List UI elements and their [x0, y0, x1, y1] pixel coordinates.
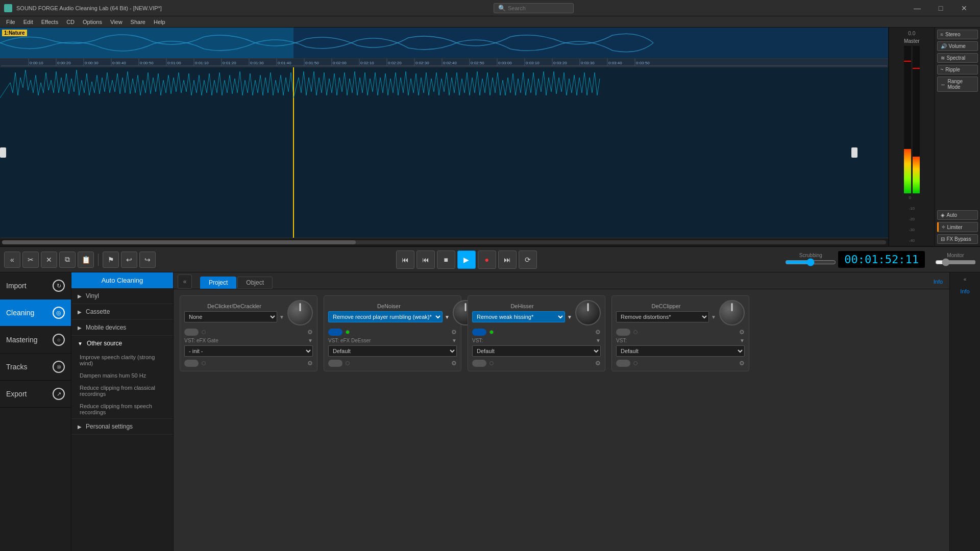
- declipper-gear-icon[interactable]: ⚙: [739, 329, 745, 336]
- limiter-button[interactable]: ⟣ Limiter: [937, 222, 978, 232]
- decklicker-gear-icon[interactable]: ⚙: [307, 329, 313, 336]
- play-button[interactable]: ▶: [457, 251, 476, 269]
- declipper-expand-icon[interactable]: ▼: [711, 314, 716, 320]
- spectral-button[interactable]: ≋ Spectral: [937, 53, 978, 63]
- denoiser-vst-toggle[interactable]: [328, 360, 342, 367]
- tab-object[interactable]: Object: [237, 277, 273, 289]
- menu-effects[interactable]: Effects: [37, 18, 62, 26]
- dehisser-toggle[interactable]: [472, 329, 486, 336]
- sidebar-other-header[interactable]: Other source: [71, 336, 173, 351]
- scroll-thumb[interactable]: [2, 240, 356, 244]
- decklicker-preset-select[interactable]: None Light Medium Strong: [184, 311, 277, 322]
- to-end-button[interactable]: ⏭: [498, 251, 517, 269]
- sidebar-item-classical[interactable]: Reduce clipping from classical recording…: [71, 382, 173, 400]
- declipper-vst-preset[interactable]: Default: [616, 345, 745, 357]
- dehisser-vst-expand[interactable]: ▼: [596, 338, 601, 343]
- sidebar-header[interactable]: Auto Cleaning: [71, 272, 173, 288]
- record-button[interactable]: ●: [478, 251, 496, 269]
- decklicker-vst-expand[interactable]: ▼: [308, 338, 313, 343]
- ripple-button[interactable]: ~ Ripple: [937, 65, 978, 74]
- declipper-vst-toggle[interactable]: [616, 360, 630, 367]
- flag-button[interactable]: ⚑: [103, 252, 119, 268]
- menu-share[interactable]: Share: [127, 18, 150, 26]
- fx-bypass-button[interactable]: ⊟ FX Bypass: [937, 234, 978, 244]
- maximize-button[interactable]: □: [929, 0, 952, 16]
- collapse-tool-button[interactable]: «: [4, 252, 20, 268]
- decklicker-expand-icon[interactable]: ▼: [279, 314, 284, 320]
- nav-tracks[interactable]: Tracks ⑩: [0, 354, 71, 381]
- cancel-tool-button[interactable]: ✕: [41, 252, 57, 268]
- sidebar-item-speech-clarity[interactable]: Improve speech clarity (strong wind): [71, 351, 173, 369]
- close-button[interactable]: ✕: [952, 0, 976, 16]
- prev-button[interactable]: ⏮: [416, 251, 435, 269]
- decklicker-vst-toggle[interactable]: [184, 360, 199, 367]
- dehisser-gear-icon[interactable]: ⚙: [595, 329, 601, 336]
- scroll-track[interactable]: [2, 240, 886, 244]
- nav-import[interactable]: Import ↻: [0, 272, 71, 299]
- collapse-content-button[interactable]: «: [178, 274, 192, 289]
- right-trim-handle[interactable]: [851, 147, 857, 158]
- declipper-toggle[interactable]: [616, 329, 630, 336]
- auto-button[interactable]: ◈ Auto: [937, 210, 978, 220]
- denoiser-expand-icon[interactable]: ▼: [445, 314, 450, 320]
- loop-button[interactable]: ⟳: [519, 251, 537, 269]
- denoiser-preset-select[interactable]: Remove record player rumbling (weak)* Li…: [328, 311, 443, 322]
- menu-cd[interactable]: CD: [62, 18, 79, 26]
- decklicker-toggle[interactable]: [184, 329, 199, 336]
- denoiser-toggle[interactable]: [328, 329, 342, 336]
- dehisser-expand-icon[interactable]: ▼: [567, 314, 572, 320]
- h-scrollbar[interactable]: [0, 238, 888, 246]
- nav-cleaning[interactable]: Cleaning ◎: [0, 299, 71, 327]
- dehisser-vst-preset[interactable]: Default: [472, 345, 601, 357]
- left-trim-handle[interactable]: [0, 147, 6, 158]
- sidebar-mobile-header[interactable]: Mobile devices: [71, 320, 173, 335]
- dehisser-preset-select[interactable]: Remove weak hissing* Light Medium: [472, 311, 565, 322]
- menu-help[interactable]: Help: [150, 18, 169, 26]
- sidebar-item-speech[interactable]: Reduce clipping from speech recordings: [71, 400, 173, 418]
- nav-export[interactable]: Export ↗: [0, 381, 71, 408]
- search-bar[interactable]: 🔍: [494, 3, 574, 13]
- info-panel-toggle[interactable]: Info: [931, 274, 945, 289]
- sidebar-vinyl-header[interactable]: Vinyl: [71, 288, 173, 304]
- denoiser-vst-expand[interactable]: ▼: [452, 338, 457, 343]
- range-mode-button[interactable]: ↔ Range Mode: [937, 77, 978, 92]
- minimize-button[interactable]: —: [905, 0, 929, 16]
- menu-options[interactable]: Options: [79, 18, 106, 26]
- info-collapse-button[interactable]: «: [950, 272, 980, 286]
- sidebar-cassette-header[interactable]: Cassette: [71, 304, 173, 319]
- copy-button[interactable]: ⧉: [59, 252, 76, 268]
- trim-button[interactable]: ✂: [22, 252, 39, 268]
- scrub-slider[interactable]: [785, 258, 836, 266]
- denoiser-vst-gear-icon[interactable]: ⚙: [451, 360, 457, 367]
- redo-button[interactable]: ↪: [139, 252, 156, 268]
- dehisser-vst-toggle[interactable]: [472, 360, 486, 367]
- nav-mastering[interactable]: Mastering ○: [0, 327, 71, 354]
- paste-button[interactable]: 📋: [78, 252, 94, 268]
- sidebar-item-mains-hum[interactable]: Dampen mains hum 50 Hz: [71, 369, 173, 382]
- tab-project[interactable]: Project: [200, 277, 236, 289]
- declipper-knob[interactable]: [719, 300, 745, 325]
- denoiser-vst-preset[interactable]: Default: [328, 345, 457, 357]
- to-start-button[interactable]: ⏮: [396, 251, 414, 269]
- stereo-button[interactable]: ≈ Stereo: [937, 30, 978, 39]
- menu-view[interactable]: View: [106, 18, 127, 26]
- decklicker-knob[interactable]: [287, 300, 313, 325]
- decklicker-vst-gear-icon[interactable]: ⚙: [307, 360, 313, 367]
- menu-edit[interactable]: Edit: [19, 18, 37, 26]
- declipper-preset-select[interactable]: Remove distortions* Light Medium: [616, 311, 709, 322]
- monitor-slider[interactable]: [935, 258, 976, 266]
- sidebar-personal-header[interactable]: Personal settings: [71, 419, 173, 434]
- denoiser-gear-icon[interactable]: ⚙: [451, 329, 457, 336]
- decklicker-vst-preset[interactable]: - init - Default: [184, 345, 313, 357]
- declipper-vst-gear-icon[interactable]: ⚙: [739, 360, 745, 367]
- volume-button[interactable]: 🔊 Volume: [937, 41, 978, 51]
- stop-button[interactable]: ■: [437, 251, 455, 269]
- dehisser-vst-gear-icon[interactable]: ⚙: [595, 360, 601, 367]
- dehisser-knob[interactable]: [575, 300, 601, 325]
- search-input[interactable]: [508, 5, 569, 11]
- waveform-container[interactable]: 1:Nature 0:00:100:00:200:00:300:00:400:0…: [0, 28, 888, 246]
- undo-button[interactable]: ↩: [121, 252, 137, 268]
- menu-file[interactable]: File: [2, 18, 19, 26]
- declipper-vst-expand[interactable]: ▼: [740, 338, 745, 343]
- main-waveform[interactable]: [0, 67, 888, 238]
